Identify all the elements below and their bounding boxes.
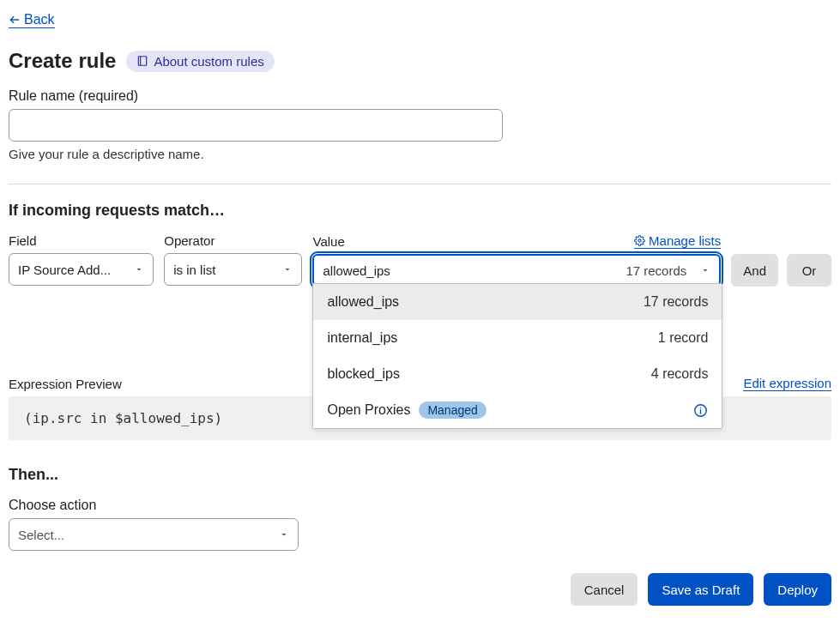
value-dropdown: allowed_ips 17 records internal_ips 1 re… — [312, 283, 722, 429]
then-heading: Then... — [9, 466, 831, 484]
save-draft-button[interactable]: Save as Draft — [648, 573, 753, 606]
field-value: IP Source Add... — [18, 263, 111, 277]
back-link[interactable]: Back — [9, 12, 55, 28]
caret-down-icon — [282, 264, 293, 275]
svg-rect-1 — [139, 57, 147, 66]
arrow-left-icon — [9, 14, 21, 26]
match-heading: If incoming requests match… — [9, 202, 831, 220]
and-button[interactable]: And — [731, 254, 778, 287]
option-name: internal_ips — [327, 330, 397, 346]
value-label: Value — [312, 234, 344, 249]
option-right: 4 records — [651, 366, 709, 382]
option-name: blocked_ips — [327, 366, 400, 382]
value-selected-name: allowed_ips — [323, 263, 390, 278]
svg-point-6 — [700, 407, 701, 408]
choose-action-label: Choose action — [9, 498, 831, 513]
book-icon — [136, 55, 148, 67]
rule-name-input[interactable] — [9, 109, 503, 142]
operator-label: Operator — [164, 233, 302, 248]
rule-name-label: Rule name (required) — [9, 88, 831, 104]
value-select[interactable]: allowed_ips 17 records — [312, 254, 721, 287]
option-name: allowed_ips — [327, 294, 399, 310]
option-name: Open Proxies — [327, 402, 410, 418]
action-select[interactable]: Select... — [9, 518, 299, 551]
value-option[interactable]: Open Proxies Managed — [313, 392, 722, 428]
caret-down-icon — [700, 265, 710, 275]
field-select[interactable]: IP Source Add... — [9, 253, 154, 286]
divider — [9, 184, 831, 184]
or-button[interactable]: Or — [787, 254, 831, 287]
operator-value: is in list — [173, 263, 215, 277]
option-right: 1 record — [658, 330, 709, 346]
svg-point-3 — [638, 239, 641, 242]
cancel-button[interactable]: Cancel — [571, 573, 638, 606]
field-label: Field — [9, 233, 154, 248]
value-selected-count: 17 records — [625, 263, 686, 278]
value-option[interactable]: allowed_ips 17 records — [313, 284, 722, 320]
back-label: Back — [24, 12, 55, 27]
option-right: 17 records — [644, 294, 709, 310]
value-option[interactable]: blocked_ips 4 records — [313, 356, 722, 392]
deploy-button[interactable]: Deploy — [764, 573, 831, 606]
value-option[interactable]: internal_ips 1 record — [313, 320, 722, 356]
about-label: About custom rules — [154, 54, 263, 69]
caret-down-icon — [279, 529, 289, 540]
info-icon[interactable] — [693, 403, 708, 418]
manage-lists-label: Manage lists — [649, 233, 721, 248]
expression-preview-label: Expression Preview — [9, 377, 122, 391]
gear-icon — [634, 235, 645, 246]
operator-select[interactable]: is in list — [164, 253, 302, 286]
edit-expression-link[interactable]: Edit expression — [743, 376, 831, 391]
manage-lists-link[interactable]: Manage lists — [634, 233, 721, 249]
rule-name-helper: Give your rule a descriptive name. — [9, 147, 831, 161]
managed-badge: Managed — [419, 402, 486, 419]
caret-down-icon — [134, 264, 144, 275]
about-custom-rules-link[interactable]: About custom rules — [126, 51, 274, 72]
action-placeholder: Select... — [18, 528, 64, 542]
page-title: Create rule — [9, 49, 116, 73]
